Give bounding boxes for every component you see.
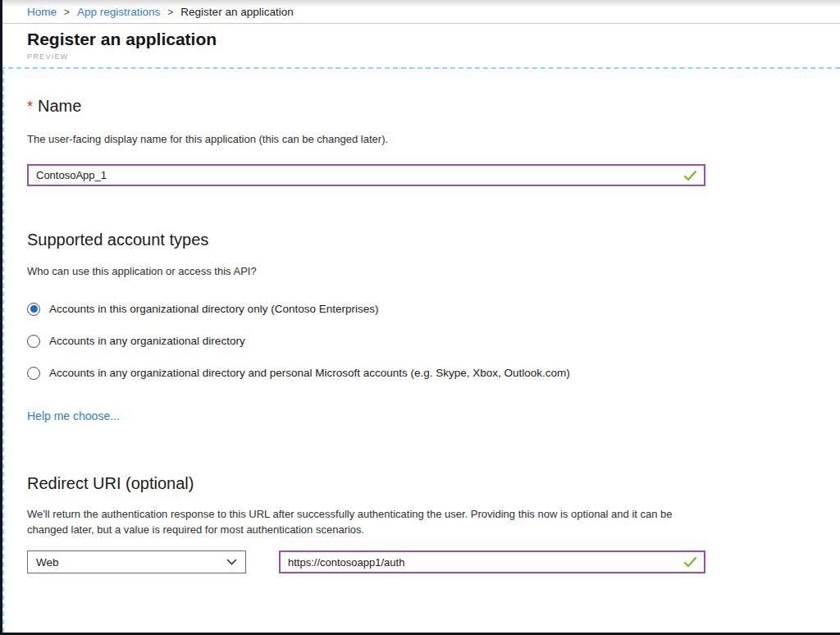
radio-option-any-directory-and-personal[interactable]: Accounts in any organizational directory… <box>27 365 840 381</box>
focus-dashed-left-border <box>2 70 4 633</box>
breadcrumb-app-registrations-link[interactable]: App registrations <box>77 6 160 18</box>
app-name-input[interactable] <box>36 166 677 185</box>
radio-button-icon <box>27 367 40 380</box>
app-name-field-container <box>27 164 705 186</box>
redirect-uri-section-title: Redirect URI (optional) <box>27 473 840 493</box>
chevron-down-icon <box>226 559 237 565</box>
window-left-edge <box>0 0 2 635</box>
radio-option-label: Accounts in this organizational director… <box>49 303 378 315</box>
breadcrumb-separator: > <box>167 6 173 18</box>
radio-button-icon <box>27 303 40 316</box>
required-asterisk: * <box>27 98 33 115</box>
valid-checkmark-icon <box>683 170 697 181</box>
redirect-uri-input[interactable] <box>288 552 677 572</box>
help-me-choose-link[interactable]: Help me choose... <box>27 409 120 423</box>
radio-option-this-directory-only[interactable]: Accounts in this organizational director… <box>27 301 840 317</box>
page-title: Register an application <box>27 29 840 50</box>
radio-option-any-directory[interactable]: Accounts in any organizational directory <box>27 333 840 349</box>
valid-checkmark-icon <box>683 556 697 568</box>
page-header: Register an application PREVIEW <box>0 24 840 61</box>
redirect-type-select[interactable]: Web <box>27 550 246 573</box>
radio-option-label: Accounts in any organizational directory <box>49 335 245 347</box>
redirect-uri-row: Web <box>27 550 840 573</box>
name-section-title: *Name <box>27 96 840 116</box>
redirect-uri-field-container <box>279 550 705 573</box>
radio-button-icon <box>27 335 40 348</box>
name-section-title-text: Name <box>38 97 81 115</box>
breadcrumb: Home > App registrations > Register an a… <box>0 0 840 24</box>
account-types-radio-group: Accounts in this organizational director… <box>27 301 840 381</box>
account-types-description: Who can use this application or access t… <box>27 263 840 279</box>
radio-option-label: Accounts in any organizational directory… <box>49 367 570 379</box>
redirect-uri-description: We'll return the authentication response… <box>27 506 698 537</box>
preview-badge: PREVIEW <box>27 53 840 61</box>
breadcrumb-separator: > <box>64 6 70 18</box>
name-section-description: The user-facing display name for this ap… <box>27 131 840 147</box>
account-types-section-title: Supported account types <box>27 230 840 249</box>
redirect-type-selected-value: Web <box>36 556 59 569</box>
focus-dashed-top-border <box>0 67 840 69</box>
breadcrumb-home-link[interactable]: Home <box>27 6 57 18</box>
breadcrumb-current-page: Register an application <box>180 6 293 18</box>
form-content: *Name The user-facing display name for t… <box>0 96 840 573</box>
